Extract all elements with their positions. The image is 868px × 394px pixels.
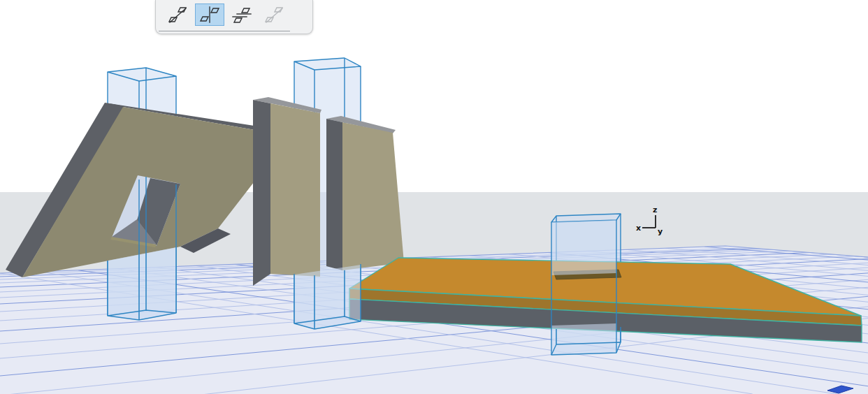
axis-y-label: y <box>658 227 663 236</box>
wall-left-side-face <box>253 100 270 286</box>
tee-junction-icon <box>199 6 220 24</box>
junction-tee-button[interactable] <box>195 3 224 26</box>
junction-cross-button[interactable] <box>163 3 192 26</box>
wall-right[interactable] <box>326 116 404 270</box>
application-window: z x y <box>0 0 868 394</box>
wall-right-side-face <box>326 119 342 270</box>
wall-left[interactable] <box>253 97 321 286</box>
parallel-junction-icon <box>231 6 252 24</box>
cross-junction-disabled-icon <box>263 6 284 24</box>
axis-z-label: z <box>653 205 657 214</box>
junction-cross-alt-button[interactable] <box>259 3 289 26</box>
toolbar-divider <box>159 31 290 31</box>
junction-parallel-button[interactable] <box>227 3 256 26</box>
column-ghost-2-front[interactable] <box>294 264 361 329</box>
junction-toolbar <box>155 0 313 34</box>
cross-junction-icon <box>167 6 188 24</box>
3d-viewport[interactable]: z x y <box>0 0 868 394</box>
axis-x-label: x <box>636 224 641 233</box>
wall-left-front-face <box>270 103 320 277</box>
